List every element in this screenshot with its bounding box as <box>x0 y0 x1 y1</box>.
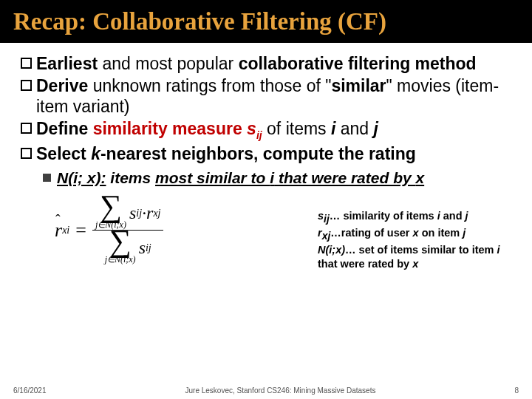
formula-area: ˆrxi = ∑j∈N(i;x) sij · rxj ∑j∈N(i;x) sij… <box>21 191 511 287</box>
formula: ˆrxi = ∑j∈N(i;x) sij · rxj ∑j∈N(i;x) sij <box>55 196 163 265</box>
sub-bullet-icon <box>43 174 51 182</box>
footer: 6/16/2021 Jure Leskovec, Stanford CS246:… <box>0 386 532 395</box>
footer-page: 8 <box>514 386 519 395</box>
bullet-1: Earliest and most popular collaborative … <box>21 53 511 74</box>
bullet-4-text: Select k-nearest neighbors, compute the … <box>36 143 511 164</box>
legend-line-3: N(i;x)… set of items similar to item i t… <box>318 243 508 270</box>
bullet-2: Derive unknown ratings from those of "si… <box>21 75 511 117</box>
bullet-3-text: Define similarity measure sij of items i… <box>36 118 511 142</box>
bullet-1-text: Earliest and most popular collaborative … <box>36 53 511 74</box>
legend-line-2: rxj…rating of user x on item j <box>318 226 508 243</box>
formula-legend: sij… similarity of items i and j rxj…rat… <box>318 209 508 270</box>
bullet-4: Select k-nearest neighbors, compute the … <box>21 143 511 164</box>
bullet-icon <box>21 148 32 159</box>
legend-line-1: sij… similarity of items i and j <box>318 209 508 226</box>
footer-center: Jure Leskovec, Stanford CS246: Mining Ma… <box>185 386 376 395</box>
bullet-icon <box>21 80 32 91</box>
slide-title: Recap: Collaborative Filtering (CF) <box>13 8 386 35</box>
bullet-icon <box>21 123 32 134</box>
sub-bullet-text: N(i; x): items most similar to i that we… <box>57 168 424 188</box>
bullet-icon <box>21 58 32 69</box>
title-bar: Recap: Collaborative Filtering (CF) <box>0 0 532 43</box>
sub-bullet: N(i; x): items most similar to i that we… <box>43 168 511 188</box>
slide-body: Earliest and most popular collaborative … <box>0 43 532 287</box>
bullet-3: Define similarity measure sij of items i… <box>21 118 511 142</box>
bullet-2-text: Derive unknown ratings from those of "si… <box>36 75 511 117</box>
footer-date: 6/16/2021 <box>13 386 47 395</box>
